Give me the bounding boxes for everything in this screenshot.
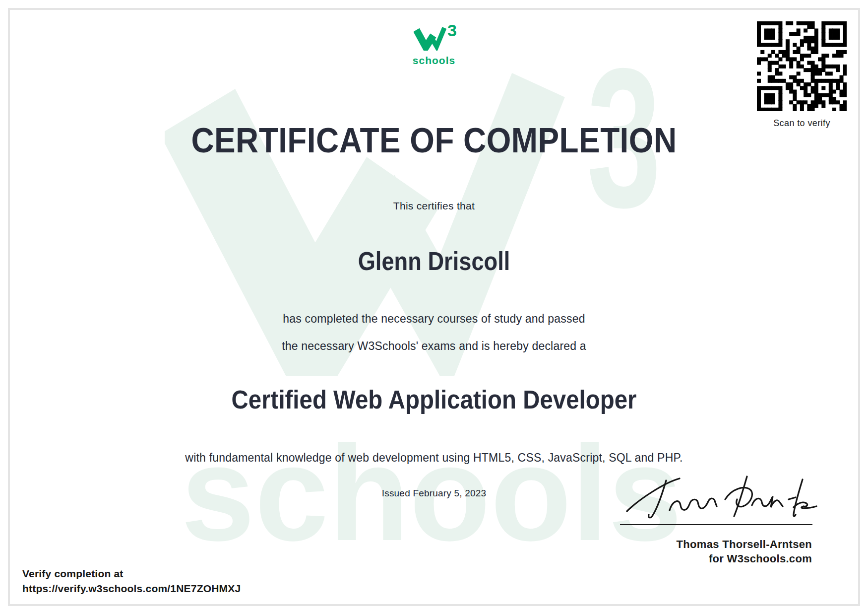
signer-org: for W3schools.com: [677, 551, 812, 566]
signature-block: Thomas Thorsell-Arntsen for W3schools.co…: [677, 537, 812, 566]
body-line-1: has completed the necessary courses of s…: [0, 313, 868, 325]
handwritten-signature: [619, 468, 817, 524]
signature-line: [620, 524, 812, 525]
certificate-page: 3 schools 3 schools Scan to verify CERTI…: [0, 0, 868, 614]
qr-code-image: [757, 21, 847, 111]
watermark-w-mark: [165, 59, 575, 376]
knowledge-line: with fundamental knowledge of web develo…: [0, 452, 868, 464]
logo-schools-label: schools: [392, 55, 476, 67]
w3schools-logo: 3 schools: [392, 22, 476, 67]
verify-label: Verify completion at: [22, 566, 241, 581]
watermark-schools-word: schools: [179, 419, 684, 553]
w3schools-w-icon: [414, 26, 447, 51]
logo-superscript-3: 3: [447, 22, 457, 39]
credential-title: Certified Web Application Developer: [30, 387, 838, 413]
certifies-line: This certifies that: [0, 201, 868, 211]
signer-name: Thomas Thorsell-Arntsen: [677, 537, 812, 551]
recipient-name: Glenn Driscoll: [57, 248, 812, 275]
body-line-2: the necessary W3Schools' exams and is he…: [0, 340, 868, 352]
certificate-title: CERTIFICATE OF COMPLETION: [44, 122, 825, 159]
qr-verify-area: Scan to verify: [757, 21, 847, 129]
verify-block: Verify completion at https://verify.w3sc…: [22, 566, 241, 596]
verify-url: https://verify.w3schools.com/1NE7ZOHMXJ: [22, 581, 241, 596]
svg-text:schools: schools: [181, 419, 682, 553]
